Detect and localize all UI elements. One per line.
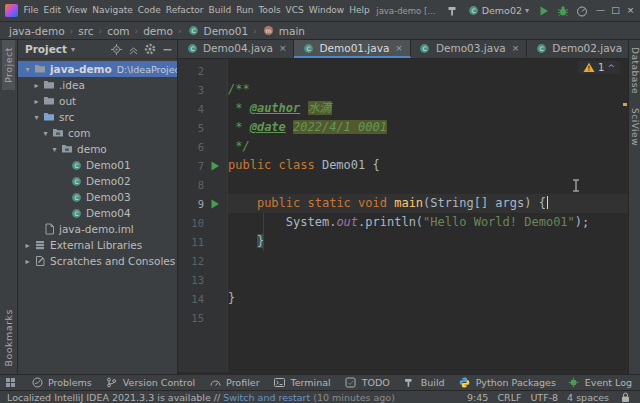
code-line-11[interactable]: 11 } — [178, 232, 628, 251]
run-gutter-icon[interactable] — [206, 156, 224, 175]
toolwindow-version-control[interactable]: Version Control — [105, 377, 195, 388]
close-tab-icon[interactable]: × — [512, 43, 520, 53]
menu-edit[interactable]: Edit — [41, 0, 63, 21]
menu-tools[interactable]: Tools — [256, 0, 283, 21]
line-number: 8 — [180, 179, 204, 191]
locate-icon[interactable] — [110, 44, 122, 55]
menu-help[interactable]: Help — [347, 0, 373, 21]
inspections-widget[interactable]: 1 ^ — [578, 61, 620, 74]
run-gutter-icon[interactable] — [206, 194, 224, 213]
chevron-right-icon[interactable]: ▸ — [31, 97, 42, 106]
maximize-button[interactable]: □ — [608, 0, 623, 21]
stripe-tab-project[interactable]: Project — [2, 40, 15, 90]
navigation-bar: java-demo›src›com›demo›CDemo01›mmain — [0, 22, 640, 40]
chevron-right-icon[interactable]: ▸ — [31, 81, 42, 90]
tree-item-external-libraries[interactable]: ▸External Libraries — [18, 237, 177, 253]
close-button[interactable]: × — [623, 0, 638, 21]
tab-demo01-java[interactable]: CDemo01.java× — [294, 40, 410, 58]
breadcrumb-item-demo[interactable]: demo — [142, 25, 174, 37]
tree-item-demo02[interactable]: CDemo02 — [18, 173, 177, 189]
chevron-right-icon[interactable]: ▸ — [22, 241, 33, 250]
tree-item-src[interactable]: ▾src — [18, 109, 177, 125]
close-tab-icon[interactable]: × — [395, 43, 403, 53]
breadcrumb-item-java-demo[interactable]: java-demo — [8, 25, 66, 37]
menu-navigate[interactable]: Navigate — [90, 0, 135, 21]
code-line-9[interactable]: 9 public static void main(String[] args)… — [178, 194, 628, 213]
tab-demo03-java[interactable]: CDemo03.java× — [411, 40, 527, 58]
chevron-right-icon[interactable]: ▸ — [22, 257, 33, 266]
code-line-10[interactable]: 10 System.out.println("Hello World! Demo… — [178, 213, 628, 232]
toolwindow-terminal[interactable]: Terminal — [273, 377, 331, 388]
menu-build[interactable]: Build — [206, 0, 234, 21]
toolwindow-problems[interactable]: Problems — [30, 377, 92, 388]
debug-icon[interactable] — [556, 3, 570, 19]
panel-settings-icon[interactable] — [144, 43, 156, 55]
chevron-down-icon[interactable]: ▾ — [49, 145, 60, 154]
tree-item-com[interactable]: ▾com — [18, 125, 177, 141]
profile-icon[interactable] — [575, 3, 589, 19]
toolwindow-profiler[interactable]: Profiler — [208, 377, 259, 388]
stripe-tab-database[interactable]: Database — [629, 40, 640, 101]
run-icon[interactable] — [537, 3, 551, 19]
tree-item-demo01[interactable]: CDemo01 — [18, 157, 177, 173]
project-view-selector[interactable]: Project ▾ — [25, 43, 75, 55]
hide-panel-icon[interactable] — [161, 44, 173, 55]
tab-demo04-java[interactable]: CDemo04.java× — [178, 40, 294, 58]
menu-file[interactable]: File — [21, 0, 41, 21]
code-line-15[interactable]: 15 — [178, 308, 628, 327]
caret-position-indicator[interactable]: 9:45 — [467, 392, 488, 403]
chevron-down-icon[interactable]: ▾ — [22, 65, 33, 74]
toolwindow-event-log[interactable]: Event Log — [567, 377, 632, 388]
tab-demo02-java[interactable]: CDemo02.java× — [527, 40, 640, 58]
tree-item-demo03[interactable]: CDemo03 — [18, 189, 177, 205]
menu-window[interactable]: Window — [306, 0, 347, 21]
menu-vcs[interactable]: VCS — [283, 0, 306, 21]
close-tab-icon[interactable]: × — [279, 43, 287, 53]
toolwindow-python-packages[interactable]: Python Packages — [458, 377, 556, 388]
code-area[interactable]: 23/**4 * @author 水滴5 * @date 2022/4/1 00… — [178, 59, 628, 372]
collapse-all-icon[interactable] — [127, 44, 139, 55]
menu-code[interactable]: Code — [135, 0, 163, 21]
code-line-12[interactable]: 12 — [178, 251, 628, 270]
code-line-4[interactable]: 4 * @author 水滴 — [178, 99, 628, 118]
tree-item-demo04[interactable]: CDemo04 — [18, 205, 177, 221]
menu-refactor[interactable]: Refactor — [163, 0, 206, 21]
indentation-indicator[interactable]: 4 spaces — [567, 392, 609, 403]
breadcrumb-item-main[interactable]: mmain — [261, 25, 306, 37]
menu-run[interactable]: Run — [234, 0, 256, 21]
chevron-down-icon[interactable]: ▾ — [40, 129, 51, 138]
chevron-down-icon[interactable]: ▾ — [31, 113, 42, 122]
toolwindow-build[interactable]: Build — [403, 377, 445, 388]
tree-item-java-demo[interactable]: ▾java-demoD:\IdeaProjects\java-demo — [18, 61, 177, 77]
tree-item-demo[interactable]: ▾demo — [18, 141, 177, 157]
code-line-3[interactable]: 3/** — [178, 80, 628, 99]
switch-restart-link[interactable]: Switch and restart — [223, 392, 310, 403]
stripe-tab-sciview[interactable]: SciView — [629, 101, 640, 153]
menu-view[interactable]: View — [64, 0, 90, 21]
file-encoding-indicator[interactable]: UTF-8 — [530, 392, 558, 403]
stripe-tab-bookmarks[interactable]: Bookmarks — [2, 302, 15, 374]
code-line-6[interactable]: 6 */ — [178, 137, 628, 156]
breadcrumb-item-demo01[interactable]: CDemo01 — [186, 25, 250, 37]
readonly-lock-icon[interactable] — [618, 392, 632, 403]
code-line-7[interactable]: 7public class Demo01 { — [178, 156, 628, 175]
code-line-14[interactable]: 14} — [178, 289, 628, 308]
code-line-8[interactable]: 8 — [178, 175, 628, 194]
toolwindow-todo[interactable]: TODO — [344, 377, 390, 388]
minimize-button[interactable]: — — [593, 0, 608, 21]
build-hammer-icon[interactable] — [446, 3, 460, 19]
breadcrumb-item-src[interactable]: src — [77, 25, 94, 37]
tree-item-scratches-and-consoles[interactable]: ▸Scratches and Consoles — [18, 253, 177, 269]
svg-text:C: C — [423, 44, 427, 51]
run-configuration-selector[interactable]: C Demo02 ▾ — [465, 2, 532, 19]
tool-window-switcher-icon[interactable] — [4, 377, 16, 388]
code-line-2[interactable]: 2 — [178, 61, 628, 80]
code-line-5[interactable]: 5 * @date 2022/4/1 0001 — [178, 118, 628, 137]
tree-item-idea[interactable]: ▸.idea — [18, 77, 177, 93]
line-separator-indicator[interactable]: CRLF — [497, 392, 521, 403]
tree-item-out[interactable]: ▸out — [18, 93, 177, 109]
code-line-13[interactable]: 13 — [178, 270, 628, 289]
breadcrumb-item-com[interactable]: com — [106, 25, 130, 37]
tree-item-java-demo-iml[interactable]: java-demo.iml — [18, 221, 177, 237]
chevron-up-icon[interactable]: ^ — [607, 63, 615, 73]
